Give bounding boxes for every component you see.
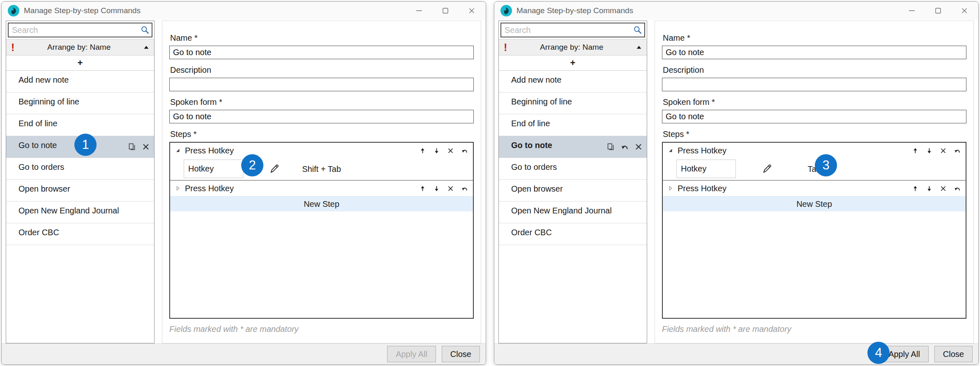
row-actions bbox=[128, 136, 150, 158]
list-item[interactable]: Open New England Journal bbox=[499, 202, 647, 223]
delete-command-icon[interactable] bbox=[142, 143, 150, 151]
maximize-button[interactable] bbox=[432, 2, 459, 20]
left-window: Manage Step-by-step Commands ! Arrange b… bbox=[1, 1, 486, 365]
list-item[interactable]: Beginning of line bbox=[6, 93, 154, 114]
list-item[interactable]: Add new note bbox=[6, 71, 154, 93]
list-item[interactable]: Go to orders bbox=[499, 158, 647, 180]
move-step-up-icon[interactable] bbox=[419, 147, 426, 154]
close-icon bbox=[960, 7, 968, 15]
list-item[interactable]: Open browser bbox=[6, 180, 154, 202]
command-label: Go to note bbox=[511, 141, 552, 150]
step-title: Press Hotkey bbox=[678, 184, 726, 193]
close-window-button[interactable] bbox=[951, 2, 978, 20]
command-label: Open browser bbox=[18, 184, 70, 194]
new-step-button[interactable]: New Step bbox=[170, 196, 473, 211]
window-title: Manage Step-by-step Commands bbox=[517, 6, 633, 15]
list-item[interactable]: Go to note bbox=[499, 136, 647, 158]
apply-all-button[interactable]: Apply All bbox=[387, 346, 436, 362]
add-command-button[interactable]: + bbox=[6, 56, 154, 71]
command-label: End of line bbox=[18, 119, 58, 128]
delete-step-icon[interactable] bbox=[447, 147, 454, 154]
alert-icon: ! bbox=[504, 43, 507, 51]
delete-step-icon[interactable] bbox=[940, 185, 947, 192]
search-input[interactable] bbox=[8, 23, 152, 37]
name-input[interactable] bbox=[662, 46, 966, 59]
move-step-up-icon[interactable] bbox=[912, 147, 919, 154]
duplicate-command-icon[interactable] bbox=[606, 143, 615, 151]
step-2-header[interactable]: Press Hotkey bbox=[663, 180, 966, 196]
step-title: Press Hotkey bbox=[185, 146, 234, 155]
name-input[interactable] bbox=[169, 46, 474, 59]
step-actions bbox=[912, 185, 961, 192]
edit-hotkey-button[interactable] bbox=[761, 163, 773, 176]
move-step-down-icon[interactable] bbox=[926, 147, 933, 154]
list-item[interactable]: End of line bbox=[6, 114, 154, 136]
undo-step-icon[interactable] bbox=[461, 147, 468, 154]
move-step-down-icon[interactable] bbox=[433, 147, 440, 154]
list-item[interactable]: Go to orders bbox=[6, 158, 154, 180]
list-item[interactable]: Add new note bbox=[499, 71, 647, 93]
description-input[interactable] bbox=[662, 78, 966, 91]
step-1-header[interactable]: Press Hotkey bbox=[170, 143, 473, 158]
delete-step-icon[interactable] bbox=[447, 185, 454, 192]
step-2-header[interactable]: Press Hotkey bbox=[170, 180, 473, 196]
expander-collapsed-icon bbox=[175, 185, 181, 191]
move-step-up-icon[interactable] bbox=[912, 185, 919, 192]
edit-hotkey-button[interactable] bbox=[269, 163, 280, 176]
minimize-button[interactable] bbox=[899, 2, 925, 20]
spoken-form-input[interactable] bbox=[169, 110, 474, 123]
annotation-badge-4: 4 bbox=[867, 342, 890, 364]
duplicate-command-icon[interactable] bbox=[128, 143, 136, 151]
delete-command-icon[interactable] bbox=[634, 143, 643, 151]
description-input[interactable] bbox=[169, 78, 474, 91]
hotkey-row: Hotkey Shift + Tab bbox=[170, 158, 473, 180]
arrange-by-header[interactable]: ! Arrange by: Name bbox=[499, 39, 647, 56]
undo-command-icon[interactable] bbox=[620, 143, 629, 151]
close-button[interactable]: Close bbox=[934, 346, 973, 362]
undo-step-icon[interactable] bbox=[461, 185, 468, 192]
command-label: Open browser bbox=[511, 184, 563, 194]
list-item[interactable]: Beginning of line bbox=[499, 93, 647, 114]
list-item[interactable]: Order CBC bbox=[6, 223, 154, 245]
spoken-form-label: Spoken form * bbox=[663, 97, 966, 107]
maximize-icon bbox=[441, 7, 450, 15]
arrange-by-label: Arrange by: Name bbox=[507, 43, 636, 52]
command-label: Open New England Journal bbox=[511, 206, 612, 215]
undo-step-icon[interactable] bbox=[954, 185, 961, 192]
expander-expanded-icon bbox=[668, 148, 673, 153]
step-1-header[interactable]: Press Hotkey bbox=[663, 143, 966, 158]
titlebar: Manage Step-by-step Commands bbox=[494, 2, 978, 20]
titlebar: Manage Step-by-step Commands bbox=[2, 2, 486, 20]
list-item[interactable]: Open browser bbox=[499, 180, 647, 202]
move-step-down-icon[interactable] bbox=[926, 185, 933, 192]
spoken-form-input[interactable] bbox=[662, 110, 966, 123]
move-step-down-icon[interactable] bbox=[433, 185, 440, 192]
maximize-icon bbox=[934, 7, 942, 15]
mandatory-note: Fields marked with * are mandatory bbox=[662, 324, 966, 334]
close-window-button[interactable] bbox=[459, 2, 485, 20]
command-editor-panel: Name * Description Spoken form * Steps *… bbox=[655, 21, 974, 343]
sort-ascending-icon bbox=[636, 44, 642, 50]
step-actions bbox=[419, 147, 468, 154]
command-label: End of line bbox=[511, 119, 550, 128]
new-step-button[interactable]: New Step bbox=[663, 196, 966, 211]
list-item[interactable]: Open New England Journal bbox=[6, 202, 154, 223]
list-item[interactable]: End of line bbox=[499, 114, 647, 136]
command-label: Open New England Journal bbox=[18, 206, 119, 215]
arrange-by-header[interactable]: ! Arrange by: Name bbox=[6, 39, 154, 56]
add-command-button[interactable]: + bbox=[499, 56, 647, 71]
minimize-icon bbox=[415, 7, 423, 15]
steps-label: Steps * bbox=[663, 130, 966, 139]
undo-step-icon[interactable] bbox=[954, 147, 961, 154]
maximize-button[interactable] bbox=[925, 2, 951, 20]
window-title: Manage Step-by-step Commands bbox=[24, 6, 141, 15]
move-step-up-icon[interactable] bbox=[419, 185, 426, 192]
search-input[interactable] bbox=[500, 23, 645, 37]
search-icon bbox=[141, 25, 150, 35]
minimize-button[interactable] bbox=[406, 2, 432, 20]
close-button[interactable]: Close bbox=[442, 346, 480, 362]
delete-step-icon[interactable] bbox=[940, 147, 947, 154]
command-label: Go to orders bbox=[18, 162, 64, 172]
list-item[interactable]: Order CBC bbox=[499, 223, 647, 245]
description-label: Description bbox=[663, 65, 966, 75]
